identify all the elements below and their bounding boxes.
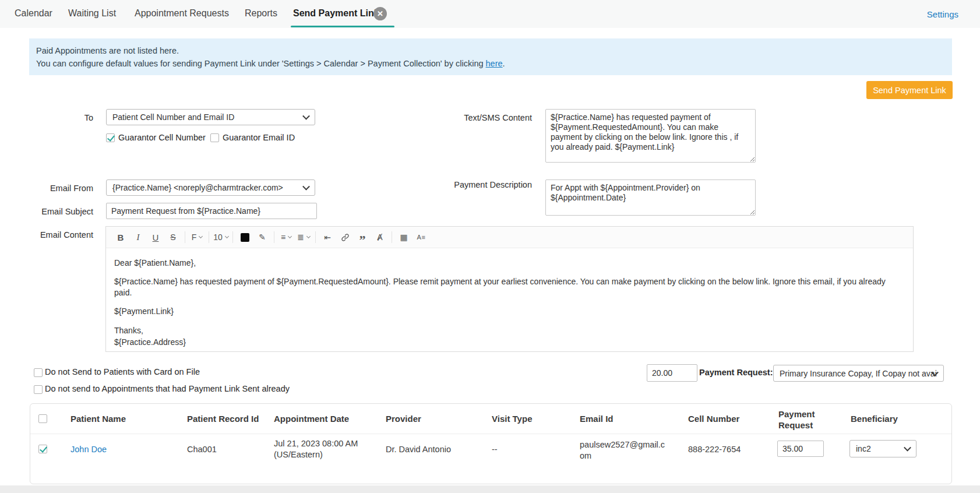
- beneficiary-select[interactable]: inc2: [849, 440, 916, 457]
- to-select[interactable]: Patient Cell Number and Email ID: [106, 109, 315, 125]
- row-checkbox[interactable]: [38, 445, 47, 453]
- align-glyph: ≡: [281, 233, 285, 242]
- col-payment-request: Payment Request: [778, 409, 825, 431]
- toolbar-separator: [209, 231, 209, 243]
- editor-body[interactable]: Dear ${Patient.Name}, ${Practice.Name} h…: [106, 248, 913, 357]
- appointments-table: Patient Name Patient Record Id Appointme…: [30, 403, 952, 484]
- tab-appointment-requests[interactable]: Appointment Requests: [135, 8, 229, 19]
- to-label: To: [0, 113, 93, 122]
- visit-type-cell: --: [492, 445, 498, 454]
- tab-bar: Calendar Waiting List Appointment Reques…: [0, 0, 980, 28]
- email-from-select[interactable]: {Practice.Name} <noreply@charmtracker.co…: [106, 179, 315, 196]
- banner-line2-end: .: [503, 59, 505, 68]
- banner-line2-text: You can configure default values for sen…: [36, 59, 486, 68]
- send-payment-link-screen: Calendar Waiting List Appointment Reques…: [0, 0, 980, 493]
- tab-calendar[interactable]: Calendar: [15, 8, 52, 19]
- select-all-checkbox[interactable]: [38, 414, 47, 423]
- here-link[interactable]: here: [486, 59, 503, 68]
- col-appointment-date: Appointment Date: [274, 414, 349, 424]
- row-payment-request-input[interactable]: [777, 441, 824, 457]
- color-swatch: [241, 233, 249, 242]
- list-glyph: ≣: [297, 233, 304, 242]
- tab-send-payment-link[interactable]: Send Payment Link: [293, 8, 379, 19]
- no-already-sent-label: Do not send to Appointments that had Pay…: [45, 384, 290, 393]
- table-header-divider: [30, 434, 951, 434]
- editor-closing: Thanks,: [114, 325, 905, 336]
- chevron-down-icon: [288, 234, 292, 238]
- quote-icon[interactable]: ”: [355, 230, 370, 245]
- payment-request-value: Primary Insurance Copay, If Copay not av…: [780, 369, 937, 378]
- toolbar-separator: [274, 231, 274, 243]
- email-subject-input[interactable]: [106, 203, 317, 219]
- col-beneficiary: Beneficiary: [851, 414, 898, 424]
- provider-cell: Dr. David Antonio: [386, 445, 451, 454]
- font-family-icon[interactable]: F: [189, 230, 205, 245]
- highlight-icon[interactable]: ✎: [255, 230, 270, 245]
- email-from-label: Email From: [0, 184, 93, 193]
- col-patient-record-id: Patient Record Id: [187, 414, 259, 424]
- list-icon[interactable]: ≣: [296, 230, 311, 245]
- banner-line1: Paid Appointments are not listed here.: [36, 44, 945, 57]
- font-size-dropdown[interactable]: 10: [213, 230, 228, 245]
- line-height-icon[interactable]: A≡: [414, 230, 429, 245]
- beneficiary-value: inc2: [856, 444, 871, 453]
- align-icon[interactable]: ≡: [279, 230, 294, 245]
- page-bottom-strip: [0, 485, 980, 493]
- col-visit-type: Visit Type: [492, 414, 532, 424]
- bold-icon[interactable]: B: [113, 230, 128, 245]
- email-content-editor[interactable]: B I U S F 10 ✎ ≡ ≣ ⇤ ” Ⱥ: [105, 226, 914, 352]
- editor-paragraph: ${Practice.Name} has requested payment o…: [114, 276, 905, 298]
- sms-content-textarea[interactable]: ${Practice.Name} has requested payment o…: [545, 109, 756, 163]
- clear-format-icon[interactable]: Ⱥ: [372, 230, 387, 245]
- tab-waiting-list[interactable]: Waiting List: [68, 8, 116, 19]
- editor-address: ${Practice.Address}: [114, 336, 905, 348]
- payment-request-label: Payment Request:: [699, 368, 773, 377]
- link-icon[interactable]: [337, 230, 352, 245]
- indent-icon[interactable]: ⇤: [320, 230, 335, 245]
- table-icon[interactable]: ▦: [396, 230, 411, 245]
- email-subject-label: Email Subject: [0, 207, 93, 216]
- cell-number-cell: 888-222-7654: [688, 445, 741, 454]
- email-id-cell: paulsew2527@gmail.com: [580, 439, 668, 462]
- toolbar-separator: [315, 231, 316, 243]
- tab-reports[interactable]: Reports: [245, 8, 277, 19]
- info-banner: Paid Appointments are not listed here. Y…: [29, 38, 952, 75]
- appointment-date-cell: Jul 21, 2023 08:00 AM (US/Eastern): [274, 438, 368, 460]
- guarantor-cell-label: Guarantor Cell Number: [118, 133, 206, 142]
- font-family-glyph: F: [192, 233, 197, 242]
- payment-amount-input[interactable]: [647, 364, 697, 382]
- col-cell-number: Cell Number: [688, 414, 739, 424]
- editor-greeting: Dear ${Patient.Name},: [114, 258, 905, 269]
- banner-line2: You can configure default values for sen…: [36, 57, 945, 70]
- email-content-label: Email Content: [0, 230, 93, 240]
- guarantor-email-label: Guarantor Email ID: [223, 133, 295, 142]
- guarantor-email-checkbox[interactable]: [210, 133, 219, 142]
- chevron-down-icon: [199, 234, 203, 238]
- close-tab-icon[interactable]: ✕: [373, 7, 387, 20]
- underline-icon[interactable]: U: [148, 230, 163, 245]
- patient-name-link[interactable]: John Doe: [70, 445, 107, 454]
- sms-content-label: Text/SMS Content: [439, 113, 532, 122]
- no-card-on-file-checkbox[interactable]: [34, 368, 43, 377]
- active-tab-underline: [291, 26, 394, 27]
- editor-payment-link: ${Payment.Link}: [114, 306, 905, 317]
- editor-toolbar: B I U S F 10 ✎ ≡ ≣ ⇤ ” Ⱥ: [106, 227, 913, 248]
- no-card-on-file-label: Do not Send to Patients with Card on Fil…: [45, 367, 200, 376]
- payment-request-select[interactable]: Primary Insurance Copay, If Copay not av…: [773, 365, 944, 382]
- chevron-down-icon: [225, 234, 229, 238]
- text-color-icon[interactable]: [237, 230, 252, 245]
- no-already-sent-checkbox[interactable]: [34, 385, 43, 394]
- guarantor-cell-checkbox[interactable]: [106, 133, 115, 142]
- strikethrough-icon[interactable]: S: [165, 230, 181, 245]
- settings-link[interactable]: Settings: [927, 9, 958, 19]
- send-payment-link-button[interactable]: Send Payment Link: [866, 81, 953, 99]
- payment-description-label: Payment Description: [439, 180, 532, 189]
- to-select-value: Patient Cell Number and Email ID: [112, 112, 234, 122]
- toolbar-separator: [392, 231, 392, 243]
- col-email-id: Email Id: [580, 414, 614, 424]
- payment-description-textarea[interactable]: For Appt with ${Appointment.Provider} on…: [545, 179, 756, 216]
- email-from-value: {Practice.Name} <noreply@charmtracker.co…: [112, 183, 283, 192]
- toolbar-separator: [185, 231, 185, 243]
- font-size-value: 10: [213, 233, 223, 242]
- italic-icon[interactable]: I: [131, 230, 146, 245]
